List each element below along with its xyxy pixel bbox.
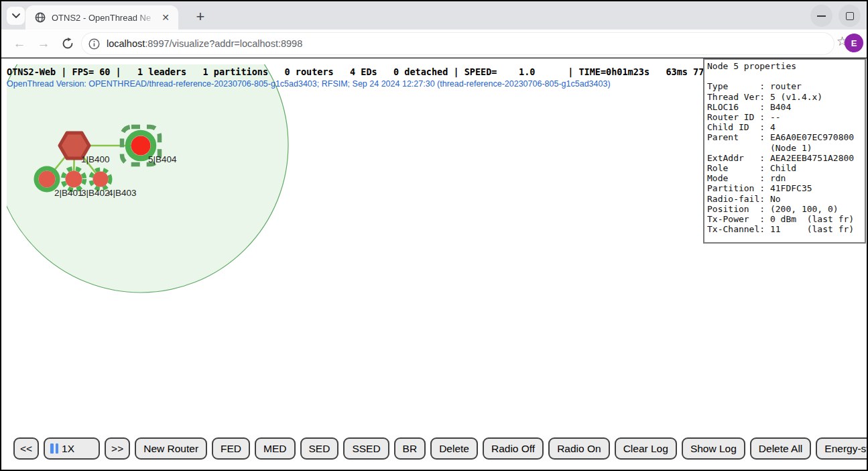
sed-button[interactable]: SED	[300, 437, 339, 460]
node-3-label: 3|B402	[81, 188, 110, 198]
otns-canvas: 1|B400 5|B404 2|B401 3|B402 4|B403 OTNS2…	[1, 58, 867, 470]
fed-button[interactable]: FED	[212, 437, 250, 460]
new-router-button[interactable]: New Router	[135, 437, 207, 460]
pause-icon	[50, 443, 58, 454]
maximize-icon	[846, 12, 854, 20]
url-host: localhost	[107, 38, 145, 49]
speed-up-button[interactable]: >>	[105, 437, 130, 460]
reload-button[interactable]	[58, 30, 78, 57]
chevron-down-icon	[12, 13, 20, 19]
node-properties-panel: Node 5 properties Type : router Thread V…	[703, 58, 866, 244]
simulation-status-bar: OTNS2-Web | FPS= 60 | 1 leaders 1 partit…	[7, 66, 721, 77]
window-maximize-button[interactable]	[839, 5, 861, 27]
forward-button[interactable]: →	[34, 30, 54, 57]
url-text: localhost:8997/visualize?addr=localhost:…	[107, 38, 302, 49]
clear-log-button[interactable]: Clear Log	[615, 437, 677, 460]
browser-toolbar: ← → localhost:8997/visualize?addr=localh…	[1, 30, 867, 58]
node-2[interactable]	[36, 168, 58, 190]
energy-stats-button[interactable]: Energy-stats ↗	[816, 437, 867, 460]
speed-down-button[interactable]: <<	[13, 437, 39, 460]
ssed-button[interactable]: SSED	[343, 437, 389, 460]
back-button[interactable]: ←	[9, 30, 29, 57]
new-tab-button[interactable]: +	[190, 7, 210, 26]
browser-window: OTNS2 - OpenThread Ne ✕ + ← →	[0, 0, 868, 471]
show-log-button[interactable]: Show Log	[682, 437, 745, 460]
minimize-icon	[817, 15, 826, 17]
address-bar[interactable]: localhost:8997/visualize?addr=localhost:…	[82, 33, 834, 54]
br-button[interactable]: BR	[394, 437, 426, 460]
tab-search-button[interactable]	[7, 7, 25, 25]
profile-avatar[interactable]: E	[845, 34, 863, 52]
node-2-label: 2|B401	[54, 188, 83, 198]
node-4-label: 4|B403	[108, 188, 137, 198]
site-info-icon[interactable]	[88, 38, 100, 50]
node-4-body	[93, 172, 109, 187]
url-path: :8997/visualize?addr=localhost:8998	[145, 38, 302, 49]
tab-title: OTNS2 - OpenThread Ne	[52, 13, 160, 23]
node-properties-body: Type : router Thread Ver: 5 (v1.4.x) RLO…	[707, 81, 854, 234]
node-5-label: 5|B404	[148, 154, 177, 164]
node-2-body	[39, 171, 56, 188]
node-1-label: 1|B400	[81, 154, 110, 164]
node-3-body	[66, 171, 82, 188]
openthread-version-line: OpenThread Version: OPENTHREAD/thread-re…	[7, 79, 611, 89]
network-visualization[interactable]: 1|B400 5|B404 2|B401 3|B402 4|B403	[7, 64, 702, 470]
radio-on-button[interactable]: Radio On	[548, 437, 609, 460]
pause-speed-button[interactable]: 1X	[44, 437, 100, 460]
tab-close-icon[interactable]: ✕	[160, 13, 172, 22]
action-toolbar: << 1X >> New Router FED MED SED SSED BR …	[13, 437, 867, 460]
delete-button[interactable]: Delete	[430, 437, 478, 460]
globe-favicon-icon	[35, 12, 46, 23]
radio-off-button[interactable]: Radio Off	[483, 437, 544, 460]
speed-label: 1X	[62, 443, 74, 455]
med-button[interactable]: MED	[255, 437, 295, 460]
node-properties-title: Node 5 properties	[707, 61, 796, 71]
window-minimize-button[interactable]	[810, 5, 832, 27]
browser-tab[interactable]: OTNS2 - OpenThread Ne ✕	[25, 5, 178, 30]
node-5-body	[131, 136, 151, 156]
reload-icon	[62, 38, 74, 50]
delete-all-button[interactable]: Delete All	[750, 437, 811, 460]
tab-strip: OTNS2 - OpenThread Ne ✕ +	[1, 1, 867, 30]
